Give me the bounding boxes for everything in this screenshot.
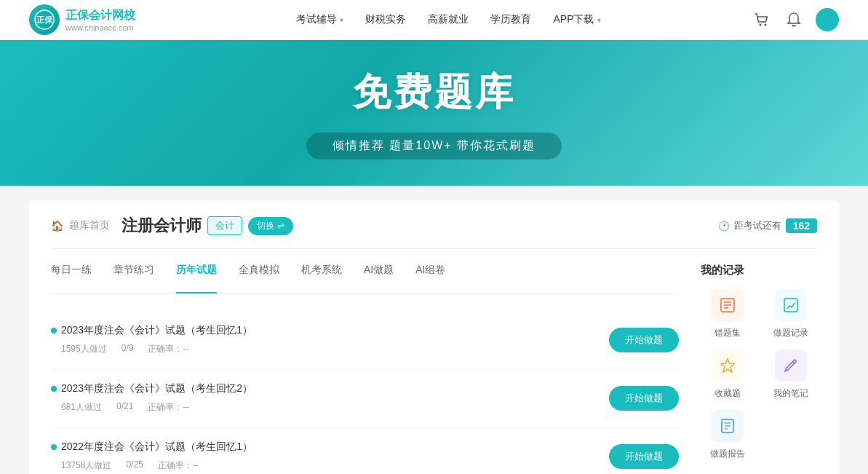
table-row: 2023年度注会《会计》试题（考生回忆2） 681人做过 0/21 正确率：--… xyxy=(51,369,679,427)
question-info-2: 2023年度注会《会计》试题（考生回忆2） 681人做过 0/21 正确率：-- xyxy=(51,382,609,414)
content-left: 每日一练 章节练习 历年试题 全真模拟 机考系统 AI做题 AI组卷 2023年… xyxy=(51,264,679,474)
record-icon xyxy=(775,289,807,321)
tab-ai-compose[interactable]: AI组卷 xyxy=(415,264,445,284)
table-row: 2023年度注会《会计》试题（考生回忆1） 1595人做过 0/9 正确率：--… xyxy=(51,311,679,369)
nav-item-exam[interactable]: 考试辅导 ▾ xyxy=(296,13,343,26)
nav-item-finance-label: 财税实务 xyxy=(365,13,406,26)
sidebar-item-report-label: 做题报告 xyxy=(710,448,745,460)
switch-icon: ⇌ xyxy=(277,221,284,231)
breadcrumb-row: 🏠 题库首页 注册会计师 会计 切换 ⇌ 🕐 距考试还有 162 xyxy=(51,215,817,249)
question-meta-1: 1595人做过 0/9 正确率：-- xyxy=(61,343,609,355)
favorites-icon xyxy=(712,349,744,382)
tab-daily-practice[interactable]: 每日一练 xyxy=(51,264,92,284)
question-info-1: 2023年度注会《会计》试题（考生回忆1） 1595人做过 0/9 正确率：-- xyxy=(51,324,609,355)
question-title-text-2: 2023年度注会《会计》试题（考生回忆2） xyxy=(61,382,252,395)
notes-icon xyxy=(775,349,807,382)
sidebar-item-record-label: 做题记录 xyxy=(773,327,808,339)
tab-past-exams[interactable]: 历年试题 xyxy=(176,264,217,284)
report-icon xyxy=(712,410,744,442)
sidebar-item-favorites[interactable]: 收藏题 xyxy=(701,349,754,400)
page-title: 注册会计师 xyxy=(122,215,202,237)
user-avatar[interactable] xyxy=(816,8,839,31)
notification-icon[interactable] xyxy=(784,9,804,30)
progress-2: 0/21 xyxy=(116,401,133,414)
switch-button[interactable]: 切换 ⇌ xyxy=(248,217,293,235)
logo-icon: 正保 xyxy=(29,4,60,35)
progress-3: 0/25 xyxy=(126,459,143,472)
question-title-3: 2022年度注会《会计》试题（考生回忆1） xyxy=(51,441,609,454)
chevron-down-icon-2: ▾ xyxy=(597,16,601,24)
subject-tag: 会计 xyxy=(207,216,242,235)
accuracy-3: 正确率：-- xyxy=(158,459,199,472)
main-nav: 考试辅导 ▾ 财税实务 高薪就业 学历教育 APP下载 ▾ xyxy=(296,13,600,26)
svg-point-3 xyxy=(764,24,766,26)
hero-banner: 免费题库 倾情推荐 题量10W+ 带你花式刷题 xyxy=(0,40,868,186)
sidebar: 我的记录 错题集 xyxy=(701,264,817,474)
start-button-3[interactable]: 开始做题 xyxy=(609,444,679,469)
nav-item-jobs[interactable]: 高薪就业 xyxy=(428,13,469,26)
svg-line-10 xyxy=(792,362,795,364)
hero-title: 免费题库 xyxy=(353,67,516,118)
tab-full-simulation[interactable]: 全真模拟 xyxy=(239,264,279,284)
days-left-label: 距考试还有 xyxy=(734,219,781,232)
tab-chapter-practice[interactable]: 章节练习 xyxy=(114,264,154,284)
start-button-2[interactable]: 开始做题 xyxy=(609,386,679,411)
main-container: 🏠 题库首页 注册会计师 会计 切换 ⇌ 🕐 距考试还有 162 每日一练 章节… xyxy=(29,200,839,474)
svg-point-2 xyxy=(759,24,761,26)
sidebar-item-report[interactable]: 做题报告 xyxy=(701,410,754,460)
question-title-text-1: 2023年度注会《会计》试题（考生回忆1） xyxy=(61,324,252,337)
days-left: 🕐 距考试还有 162 xyxy=(718,218,817,233)
accuracy-2: 正确率：-- xyxy=(148,401,188,414)
progress-1: 0/9 xyxy=(122,343,134,355)
nav-item-app[interactable]: APP下载 ▾ xyxy=(553,13,600,26)
nav-item-finance[interactable]: 财税实务 xyxy=(365,13,406,26)
question-info-3: 2022年度注会《会计》试题（考生回忆1） 13758人做过 0/25 正确率：… xyxy=(51,441,609,472)
sidebar-item-notes-label: 我的笔记 xyxy=(773,387,808,400)
logo-name: 正保会计网校 xyxy=(65,8,135,23)
question-meta-2: 681人做过 0/21 正确率：-- xyxy=(61,401,609,414)
nav-item-education[interactable]: 学历教育 xyxy=(490,13,531,26)
sidebar-item-history[interactable]: 做题记录 xyxy=(764,289,817,339)
header: 正保 正保会计网校 www.chinaacc.com 考试辅导 ▾ 财税实务 高… xyxy=(0,0,868,40)
clock-icon: 🕐 xyxy=(718,221,730,232)
chevron-down-icon: ▾ xyxy=(340,16,343,24)
nav-item-app-label: APP下载 xyxy=(553,13,594,26)
sidebar-title: 我的记录 xyxy=(701,264,817,277)
question-title-2: 2023年度注会《会计》试题（考生回忆2） xyxy=(51,382,609,395)
home-icon[interactable]: 🏠 xyxy=(51,220,63,232)
sidebar-item-error-set[interactable]: 错题集 xyxy=(701,289,754,339)
logo-area[interactable]: 正保 正保会计网校 www.chinaacc.com xyxy=(29,4,146,35)
people-count-2: 681人做过 xyxy=(61,401,102,414)
error-set-icon xyxy=(712,289,744,321)
sidebar-item-error-label: 错题集 xyxy=(714,327,741,339)
sidebar-item-notes[interactable]: 我的笔记 xyxy=(764,349,817,400)
nav-item-exam-label: 考试辅导 xyxy=(296,13,337,26)
svg-text:正保: 正保 xyxy=(36,15,53,24)
nav-item-jobs-label: 高薪就业 xyxy=(428,13,469,26)
nav-item-education-label: 学历教育 xyxy=(490,13,531,26)
cart-icon[interactable] xyxy=(752,9,772,30)
content-layout: 每日一练 章节练习 历年试题 全真模拟 机考系统 AI做题 AI组卷 2023年… xyxy=(51,264,817,474)
people-count-3: 13758人做过 xyxy=(61,459,111,472)
switch-label: 切换 xyxy=(257,220,274,232)
sidebar-item-favorites-label: 收藏题 xyxy=(714,387,741,400)
header-right xyxy=(752,8,839,31)
table-row: 2022年度注会《会计》试题（考生回忆1） 13758人做过 0/25 正确率：… xyxy=(51,427,679,474)
logo-url: www.chinaacc.com xyxy=(65,23,135,32)
tab-computer-exam[interactable]: 机考系统 xyxy=(301,264,342,284)
people-count-1: 1595人做过 xyxy=(61,343,107,355)
hero-subtitle: 倾情推荐 题量10W+ 带你花式刷题 xyxy=(306,133,562,159)
bullet-icon xyxy=(51,328,57,333)
sidebar-grid: 错题集 做题记录 xyxy=(701,289,817,460)
svg-marker-9 xyxy=(721,359,734,372)
tabs-bar: 每日一练 章节练习 历年试题 全真模拟 机考系统 AI做题 AI组卷 xyxy=(51,264,679,293)
start-button-1[interactable]: 开始做题 xyxy=(609,328,679,352)
breadcrumb-home-label[interactable]: 题库首页 xyxy=(69,219,110,232)
tab-ai-practice[interactable]: AI做题 xyxy=(364,264,394,284)
bullet-icon xyxy=(51,386,57,392)
logo-text: 正保会计网校 www.chinaacc.com xyxy=(65,8,135,32)
question-title-text-3: 2022年度注会《会计》试题（考生回忆1） xyxy=(61,441,252,454)
question-meta-3: 13758人做过 0/25 正确率：-- xyxy=(61,459,609,472)
accuracy-1: 正确率：-- xyxy=(148,343,188,355)
question-list: 2023年度注会《会计》试题（考生回忆1） 1595人做过 0/9 正确率：--… xyxy=(51,311,679,474)
